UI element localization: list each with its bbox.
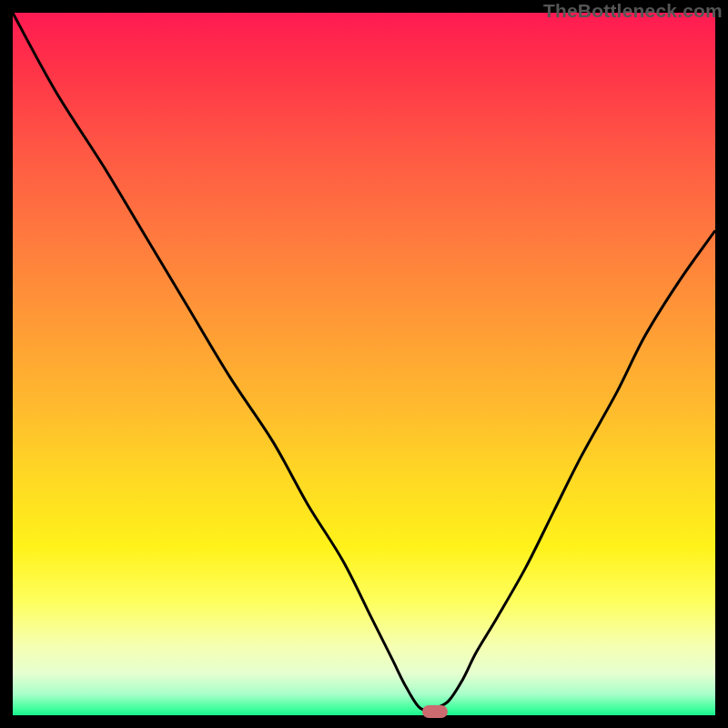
chart-stage: TheBottleneck.com	[0, 0, 728, 728]
plot-area	[13, 13, 715, 715]
optimal-point-marker	[422, 705, 448, 718]
bottleneck-curve	[13, 13, 715, 715]
attribution-watermark: TheBottleneck.com	[543, 0, 723, 22]
curve-path	[13, 13, 715, 710]
plot-inner	[13, 13, 715, 715]
